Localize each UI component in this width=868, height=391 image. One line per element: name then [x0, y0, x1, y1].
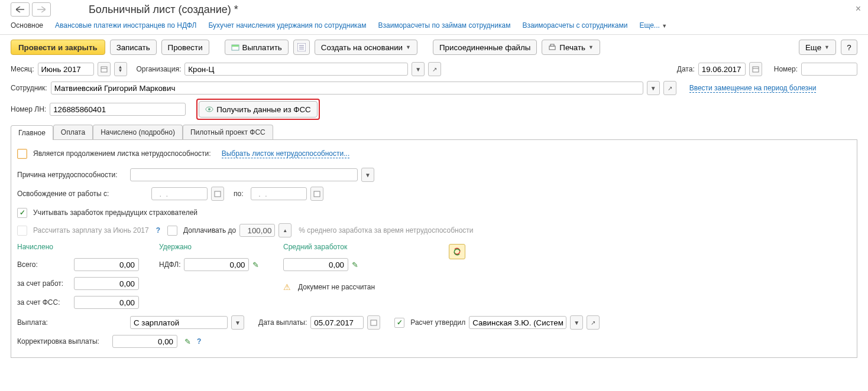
approved-open-icon[interactable]: ↗ — [587, 315, 600, 330]
tab-payment[interactable]: Оплата — [53, 125, 93, 139]
svg-rect-8 — [101, 67, 107, 72]
extra-pay-checkbox[interactable] — [167, 226, 177, 236]
post-and-close-button[interactable]: Провести и закрыть — [11, 40, 105, 55]
link-accounting[interactable]: Бухучет начисления удержания по сотрудни… — [208, 21, 366, 30]
svg-rect-7 — [550, 44, 554, 46]
link-more[interactable]: Еще... ▼ — [639, 21, 667, 30]
refresh-icon — [453, 247, 461, 256]
list-icon — [297, 43, 306, 51]
approved-input[interactable] — [469, 316, 566, 329]
get-fss-data-button[interactable]: Получить данные из ФСС — [199, 101, 318, 118]
svg-rect-16 — [371, 320, 377, 325]
month-label: Месяц: — [11, 65, 34, 73]
correction-value[interactable] — [112, 335, 177, 348]
emp-share-label: за счет работ: — [17, 279, 70, 288]
employee-dropdown-icon[interactable]: ▼ — [647, 81, 660, 95]
create-on-basis-button[interactable]: Создать на основании ▼ — [315, 40, 417, 55]
link-loans[interactable]: Взаиморасчеты по займам сотрудникам — [378, 21, 511, 30]
pay-button[interactable]: Выплатить — [225, 40, 289, 55]
calc-salary-help[interactable]: ? — [156, 226, 160, 234]
emp-share-value[interactable] — [74, 277, 139, 290]
svg-point-13 — [208, 108, 210, 110]
select-sheet-link[interactable]: Выбрать листок нетрудоспособности... — [222, 149, 350, 158]
continuation-label: Является продолжением листка нетрудоспос… — [33, 149, 211, 158]
ln-input[interactable] — [50, 103, 186, 116]
back-button[interactable] — [11, 2, 30, 17]
ndfl-edit-icon[interactable]: ✎ — [252, 260, 259, 269]
approved-dropdown-icon[interactable]: ▼ — [570, 315, 583, 330]
tab-fss-pilot[interactable]: Пилотный проект ФСС — [183, 125, 273, 139]
approved-label: Расчет утвердил — [410, 318, 465, 327]
fss-share-value[interactable] — [74, 296, 139, 309]
not-calculated-label: Документ не рассчитан — [298, 283, 375, 291]
svg-rect-10 — [753, 67, 759, 72]
link-settlements[interactable]: Взаиморасчеты с сотрудниками — [522, 21, 627, 30]
fss-share-label: за счет ФСС: — [17, 298, 70, 307]
save-button[interactable]: Записать — [110, 40, 157, 55]
release-to-calendar-icon[interactable] — [310, 187, 323, 201]
payment-input[interactable] — [130, 316, 228, 329]
list-button[interactable] — [293, 40, 310, 55]
number-input[interactable] — [801, 63, 857, 76]
payment-label: Выплата: — [17, 318, 127, 327]
reason-input[interactable] — [130, 168, 358, 181]
total-value[interactable] — [74, 258, 139, 271]
correction-edit-icon[interactable]: ✎ — [184, 337, 191, 346]
tab-accrued-detail[interactable]: Начислено (подробно) — [93, 125, 183, 139]
release-to-label: по: — [234, 190, 244, 198]
close-icon[interactable]: × — [856, 4, 861, 14]
pay-date-input[interactable] — [310, 316, 364, 329]
release-from-calendar-icon[interactable] — [211, 187, 224, 201]
ndfl-value[interactable] — [184, 258, 249, 271]
date-calendar-icon[interactable] — [749, 62, 762, 76]
correction-label: Корректировка выплаты: — [17, 337, 109, 346]
org-open-icon[interactable]: ↗ — [428, 62, 441, 76]
tab-main[interactable]: Главное — [11, 125, 53, 140]
fss-highlight: Получить данные из ФСС — [196, 99, 320, 120]
pay-icon — [231, 43, 239, 51]
employee-open-icon[interactable]: ↗ — [663, 81, 676, 95]
correction-help[interactable]: ? — [197, 337, 201, 346]
extra-pay-spinner[interactable]: ▲ — [278, 223, 292, 237]
tab-main-link[interactable]: Основное — [11, 21, 43, 30]
avg-value[interactable] — [283, 258, 348, 271]
release-from-input[interactable] — [151, 187, 208, 200]
payment-dropdown-icon[interactable]: ▼ — [231, 315, 244, 330]
pay-date-calendar-icon[interactable] — [367, 315, 380, 330]
prev-insurers-checkbox[interactable] — [17, 208, 27, 218]
print-icon — [548, 43, 556, 51]
calc-salary-checkbox[interactable] — [17, 226, 27, 236]
attached-files-button[interactable]: Присоединенные файлы — [433, 40, 537, 55]
svg-rect-15 — [314, 191, 320, 197]
org-dropdown-icon[interactable]: ▼ — [412, 62, 425, 76]
link-advance-payments[interactable]: Авансовые платежи иностранцев по НДФЛ — [55, 21, 196, 30]
ln-label: Номер ЛН: — [11, 105, 46, 113]
approved-checkbox[interactable] — [394, 318, 404, 328]
eye-icon — [205, 105, 213, 113]
org-input[interactable] — [184, 63, 408, 76]
post-button[interactable]: Провести — [161, 40, 209, 55]
ndfl-label: НДФЛ: — [159, 260, 180, 269]
release-to-input[interactable] — [251, 187, 307, 200]
continuation-checkbox[interactable] — [17, 149, 27, 159]
reason-label: Причина нетрудоспособности: — [17, 171, 127, 179]
more-button[interactable]: Еще ▼ — [799, 40, 836, 55]
extra-pay-label: Доплачивать до — [183, 226, 236, 234]
employee-input[interactable] — [51, 82, 643, 95]
calc-salary-label: Рассчитать зарплату за Июнь 2017 — [33, 226, 149, 234]
extra-pay-value[interactable] — [239, 224, 275, 237]
calendar-icon[interactable] — [98, 62, 111, 76]
substitution-link[interactable]: Ввести замещение на период болезни — [689, 84, 817, 93]
spinner-icon[interactable]: ▲▼ — [114, 62, 127, 76]
reason-dropdown-icon[interactable]: ▼ — [361, 168, 374, 182]
forward-button[interactable] — [32, 2, 51, 17]
avg-edit-icon[interactable]: ✎ — [352, 260, 358, 269]
svg-rect-14 — [215, 191, 221, 197]
date-input[interactable] — [698, 63, 746, 76]
org-label: Организация: — [137, 65, 182, 73]
help-button[interactable]: ? — [841, 40, 857, 55]
refresh-button[interactable] — [449, 244, 465, 259]
print-button[interactable]: Печать ▼ — [542, 40, 600, 55]
pay-date-label: Дата выплаты: — [258, 318, 307, 327]
month-input[interactable] — [38, 63, 94, 76]
